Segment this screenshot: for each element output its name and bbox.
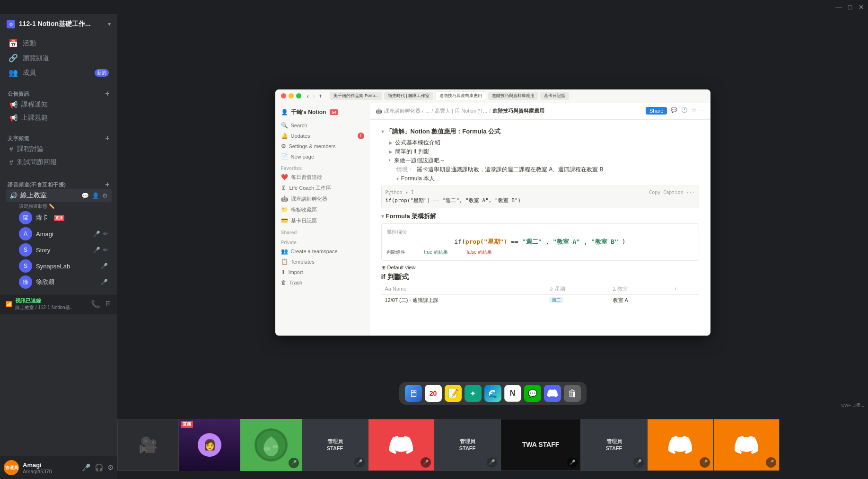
notion-search[interactable]: 🔍 Search	[275, 120, 370, 131]
text-channels-header[interactable]: 文字頻道 +	[6, 134, 112, 142]
voice-section-header[interactable]: 語音頻道(不會互相干擾) +	[6, 180, 112, 189]
user-icon[interactable]: 👤	[92, 192, 99, 199]
traffic-lights	[281, 93, 301, 98]
dock-notion[interactable]: N	[504, 385, 521, 402]
nav-back-icon[interactable]: ‹	[307, 92, 309, 100]
notion-daily[interactable]: ❤️ 每日習慣追蹤	[275, 172, 370, 183]
maximize-traffic-light[interactable]	[296, 93, 301, 98]
server-header[interactable]: ⚙ 112-1 Notion基礎工作... ▾	[0, 14, 117, 34]
cell-name: 12/07 (二) - 通識課上課	[381, 294, 546, 306]
channel-course-notice[interactable]: 📢 課程通知	[6, 98, 112, 111]
notion-create-teamspace[interactable]: 👥 Create a teamspace	[275, 246, 370, 257]
notion-import[interactable]: ⬆ Import	[275, 267, 370, 277]
favorites-section-label: Favorites	[275, 162, 370, 172]
add-voice-btn[interactable]: +	[105, 180, 110, 189]
tab-advanced[interactable]: 進階技巧與資料庫應用	[435, 91, 486, 100]
video-tile-screenshare: 🎥	[117, 419, 179, 471]
updates-badge: 1	[358, 133, 364, 139]
notion-templates[interactable]: 📁 模板收藏區	[275, 204, 370, 215]
notion-updates[interactable]: 🔔 Updates 1	[275, 131, 370, 141]
notion-diary[interactable]: 💳 基卡日記區	[275, 215, 370, 226]
nav-forward-icon[interactable]: ›	[313, 92, 315, 100]
notion-titlebar: ‹ › + 美千繪的作品集 Porto... 領先時代 | 圖隊工作室 進階技巧…	[275, 89, 710, 103]
toggle-icon[interactable]: ▾	[381, 128, 384, 135]
mute-icon-discord-red: 🎤	[421, 457, 431, 468]
formula-toggle-icon[interactable]: ▾	[381, 213, 384, 220]
tab-pioneer[interactable]: 領先時代 | 圖隊工作室	[384, 92, 433, 100]
voice-member-story[interactable]: S Story 🎤 ✏	[6, 242, 112, 258]
dock-finder[interactable]: 🖥	[405, 385, 422, 402]
voice-member-amagi[interactable]: A Amagi 🎤 ✏	[6, 226, 112, 242]
notion-instructor[interactable]: 🤖 課座講師孵化器	[275, 194, 370, 204]
sidebar-item-members[interactable]: 👥 成員 新的	[4, 65, 114, 80]
add-text-channel-btn[interactable]: +	[105, 134, 110, 142]
video-tile-discord-orange1: 🎤	[647, 419, 713, 471]
col-name: Aa Name	[381, 284, 546, 295]
voice-member-roka[interactable]: 蘿 蘿卡 直播	[6, 210, 112, 226]
notion-new-page[interactable]: 📄 New page	[275, 151, 370, 162]
close-btn[interactable]: ✕	[859, 4, 864, 10]
sub-bullet-situation: 情境： 羅卡這學期是通識課助教，這堂課的週二課程在教室 A、週四課程在教室 B	[381, 166, 699, 174]
star-icon[interactable]: ☆	[692, 107, 696, 115]
headphone-btn[interactable]: 🎧	[95, 463, 104, 472]
hash-icon: #	[9, 145, 13, 153]
close-traffic-light[interactable]	[281, 93, 286, 98]
phone-icon[interactable]: 📞	[91, 300, 100, 309]
channel-status-label[interactable]: 設定頻道狀態 ✏️	[6, 202, 112, 210]
message-icon[interactable]: 💬	[81, 192, 89, 199]
dock-notes[interactable]: 📝	[445, 385, 462, 402]
add-announcement-btn[interactable]: +	[105, 89, 110, 98]
formula-visual: 屬性欄位 if(prop("星期") == "週二" , "教室 A" , "教…	[381, 223, 699, 261]
notion-workspace-header[interactable]: 👤 千崎's Notion 54	[275, 106, 370, 120]
avatar-amagi: A	[19, 227, 32, 240]
members-icon: 👥	[9, 68, 18, 77]
notion-trash[interactable]: 🗑 Trash	[275, 277, 370, 288]
dock-calendar[interactable]: 20	[425, 385, 442, 402]
minimize-traffic-light[interactable]	[289, 93, 294, 98]
channel-class-rules[interactable]: 📢 上課規範	[6, 111, 112, 124]
notion-settings[interactable]: ⚙ Settings & members	[275, 141, 370, 151]
table-row[interactable]: 12/07 (二) - 通識課上課 週二 教室 A	[381, 294, 699, 306]
channel-discussion[interactable]: # 課程討論	[6, 142, 112, 156]
tab-portfolio[interactable]: 美千繪的作品集 Porto...	[330, 92, 382, 100]
text-section: 文字頻道 + # 課程討論 # 測試問題回報	[0, 126, 117, 171]
more-icon[interactable]: ···	[700, 107, 704, 115]
maximize-btn[interactable]: □	[847, 4, 853, 10]
dock-chatgpt[interactable]: ✦	[465, 385, 482, 402]
notion-lifecoach[interactable]: 🗓 Life Coach 工作區	[275, 183, 370, 194]
dock-trash[interactable]: 🗑	[564, 385, 581, 402]
sidebar-item-browse[interactable]: 🔗 瀏覽頻道	[4, 51, 114, 65]
sidebar-item-activities[interactable]: 📅 活動	[4, 36, 114, 51]
settings-notion-icon: ⚙	[281, 143, 286, 150]
tab-advanced-2[interactable]: 進階技巧與資料庫應用	[488, 92, 538, 100]
chevron-down-icon: ▾	[108, 21, 111, 27]
voice-member-synapselab[interactable]: S SynapseLab 🎤	[6, 258, 112, 274]
copy-btn[interactable]: Copy Caption ···	[649, 190, 694, 195]
clock-icon[interactable]: 🕐	[681, 107, 688, 115]
voice-channel-classroom[interactable]: 🔊 線上教室 💬 👤 ⚙	[6, 189, 112, 202]
announcements-header[interactable]: 公告資訊 +	[6, 89, 112, 98]
sidebar: ⚙ 112-1 Notion基礎工作... ▾ 📅 活動 🔗 瀏覽頻道 👥 成員…	[0, 14, 117, 479]
tab-diary[interactable]: 基卡日記區	[540, 92, 569, 100]
notion-templates-item[interactable]: 📋 Templates	[275, 257, 370, 267]
window-controls[interactable]: — □ ✕	[836, 4, 864, 10]
dock-discord[interactable]	[544, 385, 561, 402]
members-badge: 新的	[95, 69, 109, 77]
dock-edge[interactable]: 🌊	[484, 385, 501, 402]
gear-icon[interactable]: ⚙	[102, 192, 108, 199]
voice-member-xu[interactable]: 徐 徐欣穎 🎤	[6, 274, 112, 290]
voice-channel-info: 線上教室 / 112-1 Notion基...	[15, 304, 74, 311]
channel-test-report[interactable]: # 測試問題回報	[6, 156, 112, 169]
mic-off-icon-4: 🎤	[101, 279, 108, 285]
comment-icon[interactable]: 💬	[671, 107, 677, 115]
search-icon: 🔍	[281, 122, 288, 129]
false-label: false 的結果	[467, 249, 492, 256]
screen-share-icon[interactable]: 🖥	[104, 300, 112, 309]
notion-topbar-actions: Share 💬 🕐 ☆ ···	[642, 107, 705, 115]
minimize-btn[interactable]: —	[836, 4, 842, 10]
settings-btn[interactable]: ⚙	[107, 463, 114, 472]
dock-line[interactable]: 💬	[524, 385, 541, 402]
share-btn[interactable]: Share	[646, 107, 667, 115]
mic-btn[interactable]: 🎤	[82, 463, 91, 472]
nav-reload-icon[interactable]: +	[319, 92, 323, 99]
